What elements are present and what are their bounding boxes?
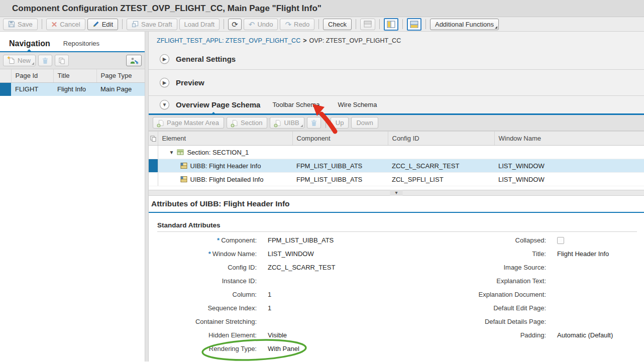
column-header-config-id[interactable]: Config ID: [388, 132, 494, 146]
refresh-button[interactable]: ⟳: [228, 19, 242, 30]
table-row-uibb-flight-header-info[interactable]: UIBB: Flight Header Info FPM_LIST_UIBB_A…: [149, 159, 644, 173]
down-button[interactable]: Down: [351, 117, 378, 129]
attributes-panel: ◂ Attributes of UIBB: Flight Header Info…: [149, 196, 644, 355]
row-selector[interactable]: [149, 173, 158, 186]
section-title-general-settings: General Settings: [176, 55, 236, 63]
content-area: Navigation Repositories ✦ New: [0, 32, 644, 361]
page-master-area-button[interactable]: Page Master Area: [153, 117, 224, 129]
row-selector[interactable]: [149, 159, 158, 173]
section-general-settings[interactable]: ▶ General Settings: [149, 49, 644, 70]
layout-side-panel-toggle[interactable]: [384, 18, 398, 31]
toolbar-separator: [425, 19, 426, 29]
save-draft-button[interactable]: Save Draft: [127, 19, 177, 30]
field-label: Config ID:: [157, 264, 257, 271]
delete-element-button[interactable]: [307, 117, 321, 129]
toolbar-separator: [122, 19, 123, 29]
redo-button[interactable]: ↷ Redo: [280, 19, 314, 30]
layout-full-button[interactable]: [360, 19, 375, 30]
selector-column-header[interactable]: [0, 69, 11, 82]
edit-button[interactable]: Edit: [87, 19, 118, 30]
form-row-collapsed: Collapsed:: [440, 233, 644, 247]
schema-table: Element Component Config ID Window Name …: [149, 131, 644, 186]
form-row-default-details-page: Default Details Page:: [440, 315, 644, 328]
vertical-splitter[interactable]: [145, 32, 149, 361]
tab-navigation[interactable]: Navigation: [9, 39, 50, 48]
delete-page-button[interactable]: [38, 55, 52, 66]
table-row-uibb-flight-detailed-info[interactable]: UIBB: Flight Detailed Info FPM_LIST_UIBB…: [149, 173, 644, 186]
config-id-field[interactable]: ZCC_L_SCARR_TEST: [268, 264, 335, 271]
expand-collapse-icon[interactable]: ▼: [169, 150, 174, 155]
table-row-section[interactable]: ▼ Section: SECTION_1: [149, 146, 644, 159]
row-selector[interactable]: [0, 82, 11, 96]
standard-attributes-title: Standard Attributes: [157, 221, 637, 232]
hidden-element-field[interactable]: Visible: [268, 331, 287, 339]
cancel-x-icon: ✕: [51, 21, 58, 28]
refresh-icon: ⟳: [232, 21, 238, 28]
copy-page-button[interactable]: [55, 55, 69, 66]
breadcrumb: ZFLIGHT_TEST_APPL: ZTEST_OVP_FLIGHT_CC>O…: [149, 32, 644, 49]
breadcrumb-link-application[interactable]: ZFLIGHT_TEST_APPL: ZTEST_OVP_FLIGHT_CC: [157, 37, 300, 44]
collapsed-checkbox[interactable]: [557, 237, 564, 244]
schema-table-header: Element Component Config ID Window Name: [149, 132, 644, 146]
cell-title: Flight Info: [53, 82, 96, 96]
cell-window-name: LIST_WINDOW: [494, 159, 644, 173]
new-button[interactable]: ✦ New: [3, 55, 36, 66]
column-header-element[interactable]: Element: [158, 132, 292, 146]
section-preview[interactable]: ▶ Preview: [149, 70, 644, 96]
up-button[interactable]: Up: [331, 117, 349, 129]
field-label: Component:: [221, 236, 257, 244]
cell-config-id: ZCL_SPFLI_LIST: [388, 173, 494, 186]
field-label: Image Source:: [440, 264, 546, 271]
redo-icon: ↷: [285, 21, 291, 28]
column-header-title[interactable]: Title: [53, 69, 96, 82]
title-field[interactable]: Flight Header Info: [557, 250, 609, 258]
sequence-index-field[interactable]: 1: [268, 304, 271, 312]
rendering-type-field[interactable]: With Panel: [268, 345, 299, 352]
layout-bottom-panel-toggle[interactable]: [407, 18, 421, 31]
field-label: Default Edit Page:: [440, 304, 546, 312]
column-field[interactable]: 1: [268, 291, 271, 298]
undo-button[interactable]: ↶ Undo: [244, 19, 278, 30]
schema-toolbar: Page Master Area Section UIBB Up Down: [149, 115, 644, 131]
column-header-page-type[interactable]: Page Type: [96, 69, 145, 82]
column-header-page-id[interactable]: Page Id: [11, 69, 53, 82]
page-title: Component Configuration ZTEST_OVP_FLIGHT…: [12, 4, 321, 14]
chevron-right-icon[interactable]: ▶: [160, 54, 169, 64]
load-draft-button[interactable]: Load Draft: [179, 19, 220, 30]
additional-functions-button[interactable]: Additional Functions: [430, 19, 499, 30]
column-header-component[interactable]: Component: [292, 132, 388, 146]
field-label: Explanation Document:: [440, 291, 546, 298]
table-row-flight[interactable]: FLIGHT Flight Info Main Page: [0, 82, 145, 96]
toolbar-separator: [42, 19, 42, 29]
tab-toolbar-schema[interactable]: Toolbar Schema: [272, 101, 319, 108]
select-all-icon[interactable]: [149, 132, 158, 146]
column-header-window-name[interactable]: Window Name: [494, 132, 644, 146]
horizontal-splitter[interactable]: ▾: [149, 190, 644, 196]
check-button[interactable]: Check: [323, 19, 352, 30]
personalize-button[interactable]: [126, 55, 142, 66]
chevron-right-icon[interactable]: ▶: [160, 78, 169, 87]
padding-field[interactable]: Automatic (Default): [557, 331, 613, 339]
chevron-down-icon[interactable]: ▼: [160, 100, 169, 109]
add-section-button[interactable]: Section: [227, 117, 267, 129]
field-label: Window Name:: [212, 250, 257, 258]
required-marker: *: [208, 250, 211, 258]
collapse-down-icon[interactable]: ▾: [390, 190, 402, 196]
tab-repositories[interactable]: Repositories: [63, 40, 99, 48]
window-name-field[interactable]: LIST_WINDOW: [268, 250, 314, 258]
cell-component: FPM_LIST_UIBB_ATS: [292, 159, 388, 173]
cancel-button[interactable]: ✕ Cancel: [46, 19, 85, 30]
toolbar-separator: [379, 19, 380, 29]
add-uibb-button[interactable]: UIBB: [270, 117, 304, 129]
save-button[interactable]: Save: [3, 19, 38, 30]
component-field[interactable]: FPM_LIST_UIBB_ATS: [268, 236, 334, 244]
toolbar-separator: [356, 19, 356, 29]
toolbar-separator: [326, 118, 326, 128]
cell-config-id: [388, 146, 494, 159]
toolbar-separator: [402, 19, 403, 29]
field-label: Rendering Type:: [157, 345, 257, 352]
row-selector[interactable]: [149, 146, 158, 159]
tab-wire-schema[interactable]: Wire Schema: [338, 101, 377, 108]
personalize-icon: [130, 57, 138, 64]
tab-overview-page-schema[interactable]: Overview Page Schema: [176, 100, 260, 109]
